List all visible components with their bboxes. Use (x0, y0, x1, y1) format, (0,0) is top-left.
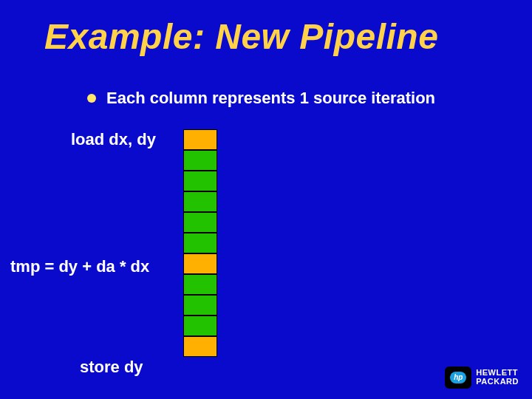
annotation-store: store dy (80, 358, 143, 377)
pipeline-cell (183, 150, 217, 171)
pipeline-cell (183, 191, 217, 212)
hp-line2: PACKARD (476, 378, 519, 386)
pipeline-cell (183, 212, 217, 233)
annotation-load: load dx, dy (71, 130, 156, 149)
pipeline-cell (183, 129, 217, 150)
hp-badge-text: hp (450, 372, 466, 383)
pipeline-cell (183, 295, 217, 316)
annotation-tmp: tmp = dy + da * dx (10, 257, 149, 276)
pipeline-cell (183, 336, 217, 357)
hp-logo: hp HEWLETT PACKARD (445, 366, 519, 389)
hp-badge: hp (445, 366, 471, 389)
slide-title: Example: New Pipeline (44, 16, 438, 57)
pipeline-cell (183, 233, 217, 253)
bullet-line: Each column represents 1 source iteratio… (87, 89, 435, 108)
pipeline-column (183, 129, 217, 357)
slide: Example: New Pipeline Each column repres… (0, 0, 532, 399)
pipeline-cell (183, 316, 217, 336)
pipeline-cell (183, 171, 217, 191)
hp-wordmark: HEWLETT PACKARD (476, 369, 519, 386)
bullet-icon (87, 94, 96, 103)
bullet-text: Each column represents 1 source iteratio… (106, 89, 435, 108)
pipeline-cell (183, 274, 217, 295)
pipeline-cell (183, 253, 217, 274)
